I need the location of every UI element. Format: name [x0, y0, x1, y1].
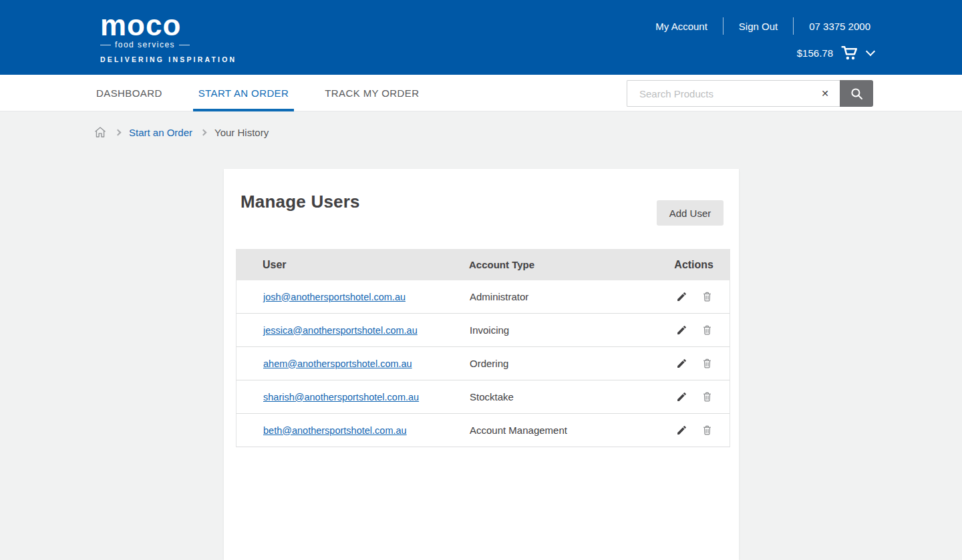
edit-user-button[interactable] [676, 425, 687, 436]
search-input-box: ✕ [627, 80, 840, 107]
user-cell: jessica@anothersportshotel.com.au [236, 324, 470, 336]
product-search: ✕ [627, 80, 873, 107]
nav-item-dashboard[interactable]: DASHBOARD [91, 75, 168, 111]
pencil-icon [676, 358, 687, 369]
user-cell: beth@anothersportshotel.com.au [236, 425, 470, 437]
app-header: moco food services DELIVERING INSPIRATIO… [0, 0, 962, 75]
header-links: My Account Sign Out 07 3375 2000 [640, 17, 870, 35]
account-type-cell: Invoicing [470, 324, 656, 336]
clear-search-icon[interactable]: ✕ [821, 87, 829, 100]
pencil-icon [676, 291, 687, 302]
main-nav: DASHBOARD START AN ORDER TRACK MY ORDER … [0, 75, 962, 111]
cart-total: $156.78 [797, 47, 833, 59]
user-cell: sharish@anothersportshotel.com.au [236, 391, 470, 403]
logo-subtitle: food services [100, 40, 190, 49]
user-email-link[interactable]: beth@anothersportshotel.com.au [263, 425, 407, 436]
nav-item-track-my-order[interactable]: TRACK MY ORDER [319, 75, 424, 111]
add-user-button[interactable]: Add User [657, 200, 724, 226]
search-button[interactable] [840, 80, 873, 107]
chevron-right-icon [200, 129, 207, 135]
trash-icon [701, 291, 713, 302]
account-type-cell: Stocktake [470, 391, 656, 402]
trash-icon [701, 358, 713, 369]
logo-rule-right [179, 45, 190, 45]
delete-user-button[interactable] [701, 358, 713, 369]
delete-user-button[interactable] [701, 391, 713, 402]
actions-cell [656, 391, 730, 402]
actions-cell [656, 291, 730, 302]
logo-wordmark: moco [100, 12, 190, 39]
home-icon[interactable] [94, 125, 107, 139]
phone-link[interactable]: 07 3375 2000 [794, 21, 870, 32]
cart-summary: $156.78 [797, 45, 874, 61]
delete-user-button[interactable] [701, 425, 713, 436]
actions-cell [656, 358, 730, 369]
pencil-icon [676, 425, 687, 436]
page-title: Manage Users [240, 192, 360, 212]
user-cell: josh@anothersportshotel.com.au [236, 291, 470, 303]
trash-icon [701, 391, 713, 402]
moco-logo[interactable]: moco food services DELIVERING INSPIRATIO… [100, 12, 190, 63]
manage-users-card: Manage Users Add User User Account Type … [224, 169, 739, 560]
user-email-link[interactable]: josh@anothersportshotel.com.au [263, 292, 406, 302]
chevron-down-icon[interactable] [866, 47, 875, 56]
logo-subtitle-text: food services [115, 40, 175, 49]
user-email-link[interactable]: sharish@anothersportshotel.com.au [263, 392, 419, 402]
breadcrumb-your-history: Your History [214, 127, 269, 138]
logo-rule-left [100, 45, 111, 45]
table-row: beth@anothersportshotel.com.au Account M… [236, 414, 730, 447]
table-row: sharish@anothersportshotel.com.au Stockt… [236, 380, 730, 414]
actions-cell [656, 425, 730, 436]
column-header-user: User [236, 259, 469, 271]
delete-user-button[interactable] [701, 324, 713, 336]
chevron-right-icon [115, 129, 122, 135]
logo-tagline: DELIVERING INSPIRATION [100, 55, 190, 63]
pencil-icon [676, 324, 687, 336]
table-row: jessica@anothersportshotel.com.au Invoic… [236, 314, 730, 347]
table-body: josh@anothersportshotel.com.au Administr… [236, 280, 730, 447]
cart-icon[interactable] [841, 45, 859, 61]
nav-item-start-an-order[interactable]: START AN ORDER [193, 75, 295, 111]
breadcrumb-start-an-order[interactable]: Start an Order [129, 127, 192, 138]
actions-cell [656, 324, 730, 336]
search-input[interactable] [627, 80, 840, 107]
user-email-link[interactable]: ahem@anothersportshotel.com.au [263, 358, 412, 369]
account-type-cell: Administrator [470, 291, 656, 302]
edit-user-button[interactable] [676, 358, 687, 369]
user-email-link[interactable]: jessica@anothersportshotel.com.au [263, 325, 418, 336]
account-type-cell: Ordering [470, 358, 656, 369]
table-row: josh@anothersportshotel.com.au Administr… [236, 280, 730, 314]
user-cell: ahem@anothersportshotel.com.au [236, 358, 470, 370]
breadcrumb: Start an Order Your History [94, 125, 269, 139]
edit-user-button[interactable] [676, 391, 687, 402]
search-icon [850, 87, 864, 101]
edit-user-button[interactable] [676, 324, 687, 336]
my-account-link[interactable]: My Account [640, 21, 723, 32]
edit-user-button[interactable] [676, 291, 687, 302]
trash-icon [701, 324, 713, 336]
sign-out-link[interactable]: Sign Out [724, 21, 793, 32]
column-header-account-type: Account Type [469, 259, 657, 270]
nav-items: DASHBOARD START AN ORDER TRACK MY ORDER [91, 75, 424, 111]
table-row: ahem@anothersportshotel.com.au Ordering [236, 347, 730, 380]
trash-icon [701, 425, 713, 436]
account-type-cell: Account Management [470, 425, 656, 436]
delete-user-button[interactable] [701, 291, 713, 302]
pencil-icon [676, 391, 687, 402]
users-table: User Account Type Actions josh@anothersp… [236, 249, 730, 447]
column-header-actions: Actions [657, 259, 730, 271]
table-header-row: User Account Type Actions [236, 249, 730, 280]
